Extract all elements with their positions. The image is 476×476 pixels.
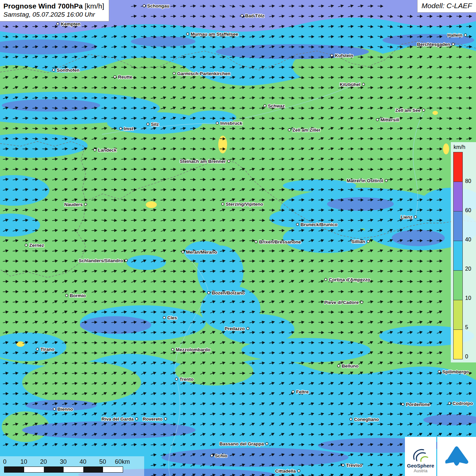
city-dot	[216, 122, 218, 124]
city-label: Rovereto	[142, 417, 163, 422]
city-dot	[324, 278, 327, 280]
city-dot	[175, 378, 177, 380]
title-unit: [km/h]	[83, 2, 104, 10]
city-dot	[143, 4, 145, 7]
city-marker-bassano-del-grappa: Bassano del Grappa	[219, 441, 268, 446]
city-marker-mezzolombardo: Mezzolombardo	[171, 347, 210, 352]
city-label: Bormio	[70, 293, 86, 298]
city-label: Bruneck/Brunico	[301, 222, 338, 227]
city-dot	[350, 418, 352, 420]
city-dot	[266, 442, 268, 445]
city-label: Schongau	[147, 3, 169, 8]
legend-tick-label: 0	[465, 354, 468, 360]
city-label: Treviso	[346, 463, 362, 468]
city-dot	[448, 402, 451, 404]
city-dot	[56, 22, 59, 25]
city-label: Steinach am Brenner	[180, 159, 226, 164]
city-dot	[164, 418, 167, 420]
city-label: Matrei in Osttirol	[347, 178, 383, 183]
scale-bar-tick-label: 30	[60, 458, 67, 465]
city-dot	[182, 251, 184, 253]
scale-bar-segment	[103, 467, 123, 472]
city-dot	[53, 408, 55, 410]
legend-tick-label: 80	[465, 178, 471, 184]
city-label: Predazzo	[225, 326, 245, 331]
model-label: Modell: C-LAEF	[417, 0, 476, 13]
city-marker-spilimbergo: Spilimbergo	[438, 369, 469, 374]
city-label: Riva del Garda	[101, 417, 134, 422]
legend-segment	[454, 182, 462, 211]
city-dot	[241, 14, 243, 17]
city-dot	[330, 54, 333, 56]
city-marker-murnau-am-staffelsee: Murnau am Staffelsee	[186, 32, 238, 37]
city-dot	[438, 370, 440, 373]
city-marker-zell-am-ziller: Zell am Ziller	[288, 128, 321, 133]
city-label: Trento	[180, 377, 193, 382]
city-dot	[25, 244, 27, 246]
blue-arrow-icon	[441, 441, 472, 472]
scale-bar: 0102030405060km	[0, 456, 144, 476]
city-label: Feltre	[296, 389, 309, 394]
legend-segment	[454, 300, 462, 330]
city-dot	[367, 240, 369, 242]
city-dot	[422, 109, 425, 111]
city-dot	[464, 34, 466, 36]
city-label: Hallein	[447, 33, 462, 38]
city-dot	[52, 69, 55, 71]
logo-country-text: Austria	[414, 469, 427, 474]
city-dot	[227, 160, 230, 162]
city-label: Conegliano	[354, 417, 379, 422]
geosphere-logo: GeoSphere Austria	[405, 437, 476, 476]
legend-tick-label: 10	[465, 295, 471, 301]
city-dot	[221, 203, 224, 205]
city-dot	[385, 179, 387, 182]
city-label: Cittadella	[275, 469, 296, 474]
scale-bar-segment	[83, 467, 103, 472]
city-label: Sonthofen	[57, 68, 80, 73]
city-label: Kufstein	[335, 53, 353, 58]
geosphere-logo-mark-box	[437, 437, 476, 476]
city-label: Murnau am Staffelsee	[191, 32, 238, 37]
city-dot	[119, 127, 122, 130]
city-dot	[376, 118, 378, 121]
city-label: Sterzing/Vipiteno	[226, 202, 263, 207]
logo-brand-text: GeoSphere	[407, 463, 434, 469]
scale-bar-tick-label: 50	[99, 458, 106, 465]
city-label: Kempten	[61, 21, 81, 27]
scale-bar-segment	[4, 467, 24, 472]
city-label: Pordenone	[406, 402, 430, 407]
legend-tick-label: 40	[465, 237, 471, 243]
scale-bar-segment	[44, 467, 64, 472]
city-label: Reutte	[118, 74, 132, 80]
city-marker-sterzing-vipiteno: Sterzing/Vipiteno	[221, 202, 263, 207]
scale-bar-segment	[64, 467, 83, 472]
city-dot	[292, 390, 294, 393]
city-dot	[114, 75, 116, 78]
city-label: Schwaz	[268, 103, 285, 108]
title-box: Prognose Wind 700hPa [km/h] Samstag, 05.…	[0, 0, 109, 21]
legend-segment	[454, 152, 462, 182]
map-canvas: SchongauBad TölzKemptenMurnau am Staffel…	[0, 0, 476, 476]
legend-tick-label: 5	[465, 324, 468, 330]
city-marker-sonthofen: Sonthofen	[52, 68, 79, 73]
city-dot	[171, 348, 174, 351]
city-label: Bassano del Grappa	[219, 441, 264, 446]
scale-bar-tick-label: 0	[3, 458, 6, 465]
legend-tick-label: 60	[465, 207, 471, 214]
city-label: Zernez	[29, 243, 44, 248]
city-label: Zell am Ziller	[292, 128, 321, 133]
city-dot	[414, 216, 417, 218]
city-label: Landeck	[98, 148, 117, 153]
city-marker-cortina-d-ampezzo: Cortina d'Ampezzo	[324, 277, 370, 282]
city-dot	[255, 240, 257, 243]
forecast-datetime: Samstag, 05.07.2025 16:00 Uhr	[3, 11, 104, 19]
scale-bar-tick-label: 60km	[115, 458, 130, 465]
city-marker-matrei-in-osttirol: Matrei in Osttirol	[347, 178, 388, 183]
city-dot	[402, 403, 404, 405]
city-dot	[94, 149, 96, 151]
city-dot	[288, 129, 290, 131]
city-marker-zell-am-see: Zell am See	[395, 108, 425, 113]
page-title: Prognose Wind 700hPa [km/h]	[3, 2, 104, 11]
legend-unit-label: km/h	[454, 144, 476, 150]
city-dot	[173, 72, 175, 74]
